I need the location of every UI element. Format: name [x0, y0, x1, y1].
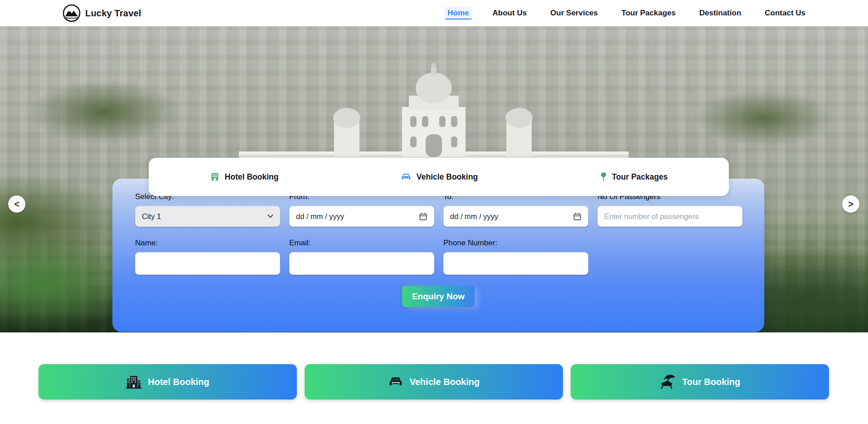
to-date-field: To: dd / mm / yyyy — [443, 192, 588, 227]
enquiry-form-card: Select City: City 1 From: dd / mm / yyyy — [112, 179, 764, 332]
calendar-icon — [419, 212, 427, 221]
tour-booking-button[interactable]: Tour Booking — [571, 364, 829, 400]
phone-input[interactable] — [443, 252, 588, 275]
hotel-booking-button[interactable]: Hotel Booking — [39, 364, 297, 400]
car-icon — [401, 171, 412, 182]
hotel-building-icon — [126, 375, 141, 389]
city-select[interactable]: City 1 — [135, 206, 280, 227]
to-date-value: dd / mm / yyyy — [450, 212, 573, 221]
from-date-value: dd / mm / yyyy — [296, 212, 419, 221]
nav-item-home[interactable]: Home — [445, 7, 471, 19]
nav-item-our-services[interactable]: Our Services — [548, 7, 601, 19]
quick-action-label: Vehicle Booking — [410, 377, 480, 387]
main-nav: Home About Us Our Services Tour Packages… — [445, 7, 808, 19]
carousel-next-button[interactable]: > — [842, 195, 859, 213]
email-label: Email: — [289, 239, 434, 248]
phone-label: Phone Number: — [443, 239, 588, 248]
nav-item-destination[interactable]: Destination — [697, 7, 744, 19]
passengers-field: No Of Passengers — [597, 192, 742, 227]
carousel-prev-button[interactable]: < — [8, 195, 25, 213]
nav-item-tour-packages[interactable]: Tour Packages — [619, 7, 679, 19]
nav-item-about-us[interactable]: About Us — [490, 7, 530, 19]
tab-vehicle-booking[interactable]: Vehicle Booking — [401, 171, 478, 182]
name-field: Name: — [135, 239, 280, 275]
tab-hotel-booking[interactable]: Hotel Booking — [210, 172, 279, 182]
hero-section: < > Hotel Booking — [0, 26, 868, 332]
select-city-field: Select City: City 1 — [135, 192, 280, 227]
email-input[interactable] — [289, 252, 434, 275]
hotel-icon — [210, 172, 220, 182]
email-field: Email: — [289, 239, 434, 275]
name-input[interactable] — [135, 252, 280, 275]
tab-tour-packages[interactable]: Tour Packages — [600, 172, 668, 182]
tab-label: Tour Packages — [612, 172, 668, 182]
to-date-input[interactable]: dd / mm / yyyy — [443, 206, 588, 227]
quick-actions: Hotel Booking Vehicle Booking — [39, 364, 829, 400]
passengers-input[interactable] — [597, 206, 742, 227]
page: Lucky Travel Home About Us Our Services … — [0, 0, 868, 424]
beach-umbrella-icon — [659, 375, 676, 389]
brand-name: Lucky Travel — [85, 8, 141, 19]
quick-action-label: Tour Booking — [682, 377, 741, 387]
city-select-value: City 1 — [142, 212, 267, 221]
mountain-logo-icon — [63, 4, 81, 22]
chevron-down-icon — [267, 214, 273, 218]
calendar-icon — [573, 212, 582, 221]
nav-item-contact-us[interactable]: Contact Us — [762, 7, 808, 19]
enquiry-now-button[interactable]: Enquiry Now — [402, 286, 475, 307]
top-nav-bar: Lucky Travel Home About Us Our Services … — [0, 0, 868, 26]
from-date-input[interactable]: dd / mm / yyyy — [289, 206, 434, 227]
brand-logo[interactable]: Lucky Travel — [63, 4, 141, 22]
car-icon — [388, 374, 403, 390]
phone-field: Phone Number: — [443, 239, 588, 275]
vehicle-booking-button[interactable]: Vehicle Booking — [305, 364, 563, 400]
name-label: Name: — [135, 239, 280, 248]
quick-action-label: Hotel Booking — [148, 377, 209, 387]
map-pin-icon — [600, 172, 607, 182]
booking-tabs-bar: Hotel Booking Vehicle Booking — [149, 158, 729, 196]
tab-label: Vehicle Booking — [417, 172, 478, 182]
from-date-field: From: dd / mm / yyyy — [289, 192, 434, 227]
tab-label: Hotel Booking — [225, 172, 279, 182]
